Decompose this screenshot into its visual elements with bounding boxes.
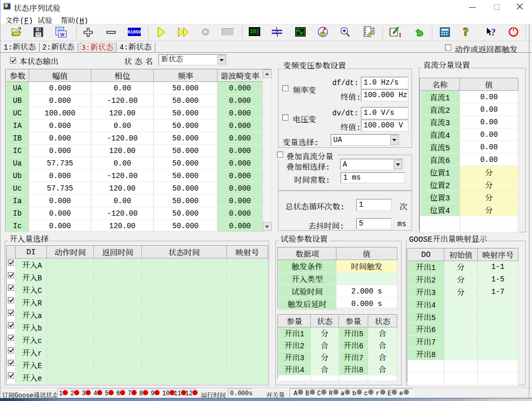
svg-text:1: 1	[398, 31, 401, 38]
svg-text:W: W	[60, 32, 65, 37]
